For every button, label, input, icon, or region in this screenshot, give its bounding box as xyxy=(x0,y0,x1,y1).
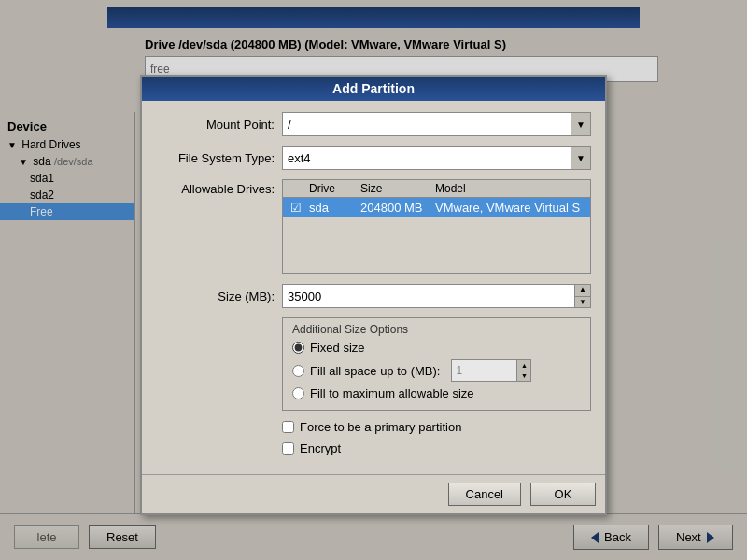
fill-spin-buttons: ▲ ▼ xyxy=(516,359,531,382)
filesystem-select[interactable]: ext4 xyxy=(282,146,591,170)
cancel-label: Cancel xyxy=(466,487,503,501)
header-size: Size xyxy=(357,182,431,195)
mount-point-wrapper: / ▼ xyxy=(282,112,591,136)
dialog-buttons: Cancel OK xyxy=(142,474,605,513)
fill-max-radio[interactable] xyxy=(292,387,304,399)
size-spin-up[interactable]: ▲ xyxy=(575,285,590,297)
drives-empty-area xyxy=(283,217,590,273)
size-label: Size (MB): xyxy=(156,289,282,303)
mount-point-select[interactable]: / xyxy=(282,112,591,136)
header-check xyxy=(287,182,305,195)
drive-model: VMware, VMware Virtual S xyxy=(431,201,586,215)
fill-space-row: Fill all space up to (MB): ▲ ▼ xyxy=(292,359,581,382)
drive-row-sda[interactable]: ☑ sda 204800 MB VMware, VMware Virtual S xyxy=(283,198,590,217)
fill-space-input-wrap: ▲ ▼ xyxy=(451,359,531,382)
fill-spin-up[interactable]: ▲ xyxy=(517,360,530,371)
fixed-size-label: Fixed size xyxy=(310,341,365,355)
drive-size: 204800 MB xyxy=(357,201,431,215)
ok-button[interactable]: OK xyxy=(530,483,596,506)
allowable-drives-label: Allowable Drives: xyxy=(156,179,282,274)
drives-table-header: Drive Size Model xyxy=(283,180,590,198)
fill-space-input[interactable] xyxy=(451,359,516,382)
header-drive: Drive xyxy=(305,182,357,195)
mount-point-row: Mount Point: / ▼ xyxy=(156,112,591,136)
fill-space-label: Fill all space up to (MB): xyxy=(310,364,440,378)
filesystem-label: File System Type: xyxy=(156,151,282,165)
filesystem-row: File System Type: ext4 ▼ xyxy=(156,146,591,170)
header-model: Model xyxy=(431,182,586,195)
mount-point-label: Mount Point: xyxy=(156,118,282,132)
fixed-size-radio[interactable] xyxy=(292,342,304,354)
ok-label: OK xyxy=(555,487,572,501)
fixed-size-row: Fixed size xyxy=(292,341,581,355)
size-spin-buttons: ▲ ▼ xyxy=(574,284,591,308)
fill-max-label: Fill to maximum allowable size xyxy=(310,386,474,400)
size-row: Size (MB): ▲ ▼ xyxy=(156,284,591,308)
force-primary-label: Force to be a primary partition xyxy=(300,420,461,434)
force-primary-row: Force to be a primary partition xyxy=(282,420,591,434)
cancel-button[interactable]: Cancel xyxy=(448,483,521,506)
encrypt-checkbox[interactable] xyxy=(282,442,294,455)
additional-size-options: Additional Size Options Fixed size Fill … xyxy=(282,317,591,411)
force-primary-checkbox[interactable] xyxy=(282,421,294,433)
additional-size-options-title: Additional Size Options xyxy=(292,323,581,336)
drives-table: Drive Size Model ☑ sda 204800 MB VMware,… xyxy=(282,179,591,274)
size-input[interactable] xyxy=(282,284,574,308)
fill-max-row: Fill to maximum allowable size xyxy=(292,386,581,400)
filesystem-wrapper: ext4 ▼ xyxy=(282,146,591,170)
dialog-title: Add Partition xyxy=(332,81,415,96)
encrypt-label: Encrypt xyxy=(300,441,341,455)
encrypt-row: Encrypt xyxy=(282,441,591,455)
allowable-drives-section: Allowable Drives: Drive Size Model ☑ sda… xyxy=(156,179,591,274)
fill-spin-down[interactable]: ▼ xyxy=(517,371,530,382)
dialog-body: Mount Point: / ▼ File System Type: ext4 … xyxy=(142,101,605,474)
drive-name: sda xyxy=(305,201,357,215)
size-spin-down[interactable]: ▼ xyxy=(575,297,590,308)
size-spinbox: ▲ ▼ xyxy=(282,284,591,308)
dialog-titlebar: Add Partition xyxy=(142,77,605,101)
drive-row-checkbox: ☑ xyxy=(287,201,305,215)
fill-space-radio[interactable] xyxy=(292,365,304,377)
add-partition-dialog: Add Partition Mount Point: / ▼ File Syst… xyxy=(140,75,607,515)
